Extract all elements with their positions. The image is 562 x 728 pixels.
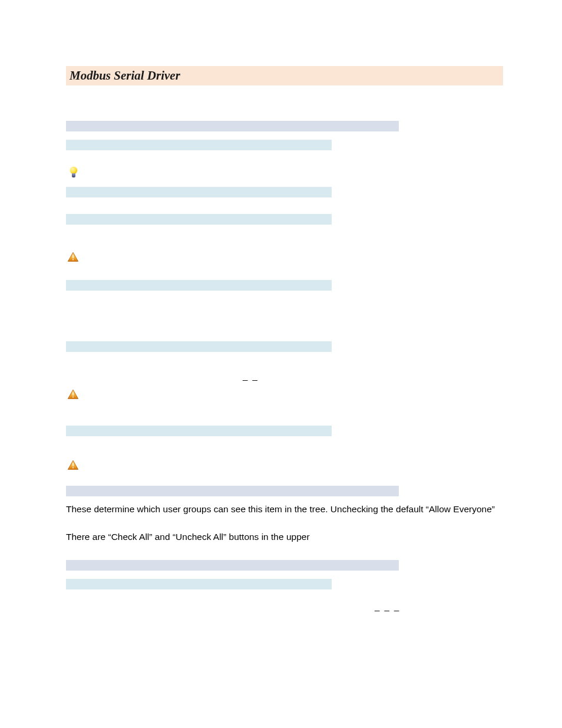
warning-icon [67, 389, 496, 400]
blank-placeholders: _ _ [243, 371, 496, 381]
subsection-heading-stripe [66, 187, 332, 197]
page-title: Modbus Serial Driver [66, 66, 503, 85]
svg-point-5 [72, 467, 74, 469]
svg-point-3 [72, 397, 74, 398]
document-page: Modbus Serial Driver [0, 0, 562, 728]
subsection-heading-stripe [66, 426, 332, 436]
warning-icon [67, 460, 496, 470]
permissions-paragraph: These determine which user groups can se… [66, 503, 496, 516]
svg-rect-4 [72, 463, 74, 467]
section-heading-stripe [66, 560, 399, 571]
warning-icon [67, 252, 496, 262]
subsection-heading-stripe [66, 579, 332, 589]
section-heading-stripe [66, 121, 399, 131]
subsection-heading-stripe [66, 341, 332, 352]
lightbulb-icon [68, 167, 79, 179]
svg-rect-0 [72, 255, 74, 259]
subsection-heading-stripe [66, 214, 332, 225]
svg-point-1 [72, 259, 74, 261]
section-heading-stripe [66, 486, 399, 496]
subsection-heading-stripe [66, 140, 332, 150]
svg-rect-2 [72, 393, 74, 396]
subsection-heading-stripe [66, 280, 332, 291]
check-all-paragraph: There are “Check All” and “Uncheck All” … [66, 531, 496, 543]
blank-placeholders: _ _ _ [375, 601, 496, 611]
